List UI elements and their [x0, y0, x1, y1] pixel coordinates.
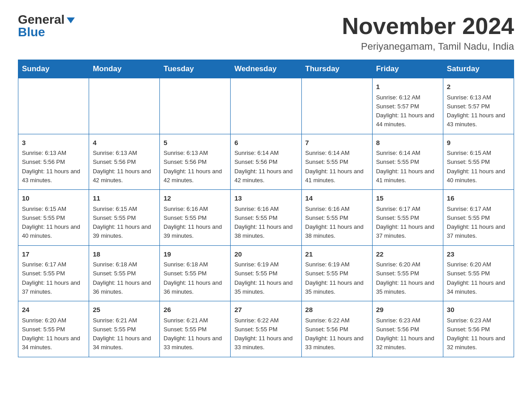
calendar-day-cell: 18Sunrise: 6:18 AM Sunset: 5:55 PM Dayli…	[89, 245, 160, 301]
month-year-title: November 2024	[342, 13, 514, 39]
calendar-day-cell: 21Sunrise: 6:19 AM Sunset: 5:55 PM Dayli…	[301, 245, 372, 301]
logo-blue-text: Blue	[18, 26, 45, 39]
calendar-day-cell: 30Sunrise: 6:23 AM Sunset: 5:56 PM Dayli…	[443, 301, 514, 357]
day-info: Sunrise: 6:22 AM Sunset: 5:55 PM Dayligh…	[234, 317, 292, 351]
calendar-day-cell: 25Sunrise: 6:21 AM Sunset: 5:55 PM Dayli…	[89, 301, 160, 357]
day-info: Sunrise: 6:16 AM Sunset: 5:55 PM Dayligh…	[305, 206, 364, 240]
day-number: 14	[305, 193, 369, 204]
calendar-day-cell: 24Sunrise: 6:20 AM Sunset: 5:55 PM Dayli…	[18, 301, 89, 357]
calendar-week-row: 3Sunrise: 6:13 AM Sunset: 5:56 PM Daylig…	[18, 134, 514, 190]
day-number: 11	[93, 193, 156, 204]
calendar-header-row: SundayMondayTuesdayWednesdayThursdayFrid…	[18, 60, 514, 78]
calendar-day-cell: 22Sunrise: 6:20 AM Sunset: 5:55 PM Dayli…	[372, 245, 443, 301]
day-info: Sunrise: 6:20 AM Sunset: 5:55 PM Dayligh…	[22, 317, 80, 351]
day-info: Sunrise: 6:18 AM Sunset: 5:55 PM Dayligh…	[163, 261, 222, 295]
calendar-day-cell: 2Sunrise: 6:13 AM Sunset: 5:57 PM Daylig…	[443, 78, 514, 134]
day-number: 22	[376, 249, 439, 260]
logo-arrow-icon	[67, 17, 75, 23]
calendar-day-cell: 12Sunrise: 6:16 AM Sunset: 5:55 PM Dayli…	[160, 190, 231, 246]
day-info: Sunrise: 6:23 AM Sunset: 5:56 PM Dayligh…	[447, 317, 505, 351]
day-number: 1	[376, 82, 439, 92]
calendar-day-cell	[231, 78, 301, 134]
calendar-day-cell: 19Sunrise: 6:18 AM Sunset: 5:55 PM Dayli…	[160, 245, 231, 301]
calendar-day-cell: 1Sunrise: 6:12 AM Sunset: 5:57 PM Daylig…	[372, 78, 443, 134]
day-number: 23	[447, 249, 510, 260]
calendar-day-header: Wednesday	[231, 60, 301, 78]
calendar-week-row: 1Sunrise: 6:12 AM Sunset: 5:57 PM Daylig…	[18, 78, 514, 134]
calendar-day-header: Sunday	[18, 60, 89, 78]
calendar-table: SundayMondayTuesdayWednesdayThursdayFrid…	[18, 60, 514, 357]
day-number: 9	[447, 138, 510, 148]
day-number: 29	[376, 305, 439, 315]
day-number: 16	[447, 193, 510, 204]
day-info: Sunrise: 6:22 AM Sunset: 5:56 PM Dayligh…	[305, 317, 364, 351]
day-number: 10	[22, 193, 85, 204]
calendar-week-row: 10Sunrise: 6:15 AM Sunset: 5:55 PM Dayli…	[18, 190, 514, 246]
day-info: Sunrise: 6:15 AM Sunset: 5:55 PM Dayligh…	[447, 150, 505, 184]
calendar-day-cell: 15Sunrise: 6:17 AM Sunset: 5:55 PM Dayli…	[372, 190, 443, 246]
day-number: 25	[93, 305, 156, 315]
day-number: 21	[305, 249, 369, 260]
calendar-day-cell: 5Sunrise: 6:13 AM Sunset: 5:56 PM Daylig…	[160, 134, 231, 190]
day-info: Sunrise: 6:17 AM Sunset: 5:55 PM Dayligh…	[447, 206, 505, 240]
calendar-day-cell: 14Sunrise: 6:16 AM Sunset: 5:55 PM Dayli…	[301, 190, 372, 246]
calendar-day-cell: 11Sunrise: 6:15 AM Sunset: 5:55 PM Dayli…	[89, 190, 160, 246]
calendar-day-cell	[160, 78, 231, 134]
day-info: Sunrise: 6:20 AM Sunset: 5:55 PM Dayligh…	[447, 261, 505, 295]
day-info: Sunrise: 6:18 AM Sunset: 5:55 PM Dayligh…	[93, 261, 151, 295]
day-info: Sunrise: 6:13 AM Sunset: 5:56 PM Dayligh…	[93, 150, 151, 184]
day-number: 7	[305, 138, 369, 148]
calendar-day-cell: 27Sunrise: 6:22 AM Sunset: 5:55 PM Dayli…	[231, 301, 301, 357]
day-number: 13	[234, 193, 297, 204]
calendar-day-cell	[301, 78, 372, 134]
day-info: Sunrise: 6:21 AM Sunset: 5:55 PM Dayligh…	[163, 317, 222, 351]
calendar-day-cell: 7Sunrise: 6:14 AM Sunset: 5:55 PM Daylig…	[301, 134, 372, 190]
calendar-week-row: 17Sunrise: 6:17 AM Sunset: 5:55 PM Dayli…	[18, 245, 514, 301]
day-info: Sunrise: 6:13 AM Sunset: 5:56 PM Dayligh…	[163, 150, 222, 184]
day-number: 28	[305, 305, 369, 315]
calendar-day-cell: 9Sunrise: 6:15 AM Sunset: 5:55 PM Daylig…	[443, 134, 514, 190]
day-number: 19	[163, 249, 227, 260]
calendar-week-row: 24Sunrise: 6:20 AM Sunset: 5:55 PM Dayli…	[18, 301, 514, 357]
day-info: Sunrise: 6:13 AM Sunset: 5:56 PM Dayligh…	[22, 150, 80, 184]
day-number: 15	[376, 193, 439, 204]
calendar-day-cell: 4Sunrise: 6:13 AM Sunset: 5:56 PM Daylig…	[89, 134, 160, 190]
calendar-day-header: Tuesday	[160, 60, 231, 78]
calendar-day-header: Saturday	[443, 60, 514, 78]
day-info: Sunrise: 6:19 AM Sunset: 5:55 PM Dayligh…	[305, 261, 364, 295]
calendar-day-cell: 28Sunrise: 6:22 AM Sunset: 5:56 PM Dayli…	[301, 301, 372, 357]
day-number: 30	[447, 305, 510, 315]
day-info: Sunrise: 6:14 AM Sunset: 5:55 PM Dayligh…	[305, 150, 364, 184]
calendar-day-cell: 6Sunrise: 6:14 AM Sunset: 5:56 PM Daylig…	[231, 134, 301, 190]
day-number: 20	[234, 249, 297, 260]
day-number: 6	[234, 138, 297, 148]
day-number: 17	[22, 249, 85, 260]
day-number: 12	[163, 193, 227, 204]
calendar-day-cell: 29Sunrise: 6:23 AM Sunset: 5:56 PM Dayli…	[372, 301, 443, 357]
logo: General Blue	[18, 13, 75, 39]
calendar-day-header: Friday	[372, 60, 443, 78]
day-number: 26	[163, 305, 227, 315]
day-info: Sunrise: 6:17 AM Sunset: 5:55 PM Dayligh…	[376, 206, 434, 240]
day-number: 27	[234, 305, 297, 315]
day-number: 18	[93, 249, 156, 260]
day-info: Sunrise: 6:16 AM Sunset: 5:55 PM Dayligh…	[163, 206, 222, 240]
day-info: Sunrise: 6:12 AM Sunset: 5:57 PM Dayligh…	[376, 94, 434, 128]
calendar-day-header: Monday	[89, 60, 160, 78]
logo-general-text: General	[18, 13, 64, 26]
calendar-day-cell: 17Sunrise: 6:17 AM Sunset: 5:55 PM Dayli…	[18, 245, 89, 301]
day-info: Sunrise: 6:21 AM Sunset: 5:55 PM Dayligh…	[93, 317, 151, 351]
calendar-day-cell: 20Sunrise: 6:19 AM Sunset: 5:55 PM Dayli…	[231, 245, 301, 301]
day-number: 5	[163, 138, 227, 148]
location-subtitle: Periyanegamam, Tamil Nadu, India	[342, 41, 514, 52]
day-info: Sunrise: 6:13 AM Sunset: 5:57 PM Dayligh…	[447, 94, 505, 128]
calendar-day-cell: 13Sunrise: 6:16 AM Sunset: 5:55 PM Dayli…	[231, 190, 301, 246]
day-number: 8	[376, 138, 439, 148]
calendar-day-cell: 26Sunrise: 6:21 AM Sunset: 5:55 PM Dayli…	[160, 301, 231, 357]
day-info: Sunrise: 6:16 AM Sunset: 5:55 PM Dayligh…	[234, 206, 292, 240]
calendar-day-cell: 3Sunrise: 6:13 AM Sunset: 5:56 PM Daylig…	[18, 134, 89, 190]
day-info: Sunrise: 6:20 AM Sunset: 5:55 PM Dayligh…	[376, 261, 434, 295]
calendar-day-cell	[89, 78, 160, 134]
day-number: 3	[22, 138, 85, 148]
day-info: Sunrise: 6:14 AM Sunset: 5:56 PM Dayligh…	[234, 150, 292, 184]
